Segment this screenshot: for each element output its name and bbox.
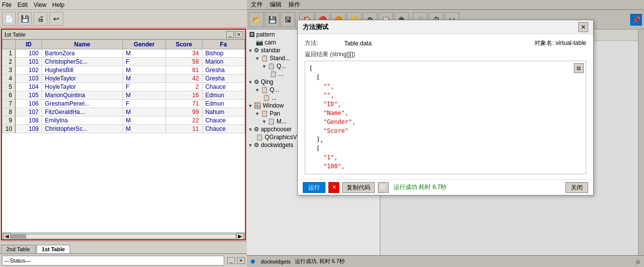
tab-2nd-table[interactable]: 2nd Table [1, 245, 36, 253]
code-box[interactable]: ⧉ [ [ "", "", "ID", "Name", "Gender", "S… [305, 61, 586, 174]
cell-gender: M [122, 49, 165, 58]
dialog-body: 方法: Table.data 对象名: virtual-table 返回结果 (… [298, 34, 593, 179]
col-header-rownum [2, 40, 16, 49]
col-header-fa[interactable]: Fa [202, 40, 244, 49]
scroll-left-btn[interactable]: ◀ [3, 233, 11, 240]
return-label: 返回结果 (string[][]) [305, 50, 586, 59]
cell-rownum: 5 [2, 83, 16, 91]
save-button[interactable]: 💾 [18, 12, 32, 26]
col-header-id[interactable]: ID [15, 40, 41, 49]
cell-name: MarionQuintina [42, 91, 123, 100]
cell-name: HoyleTaylor [42, 83, 123, 91]
table-container[interactable]: ID Name Gender Score Fa 1 100 BartonZora… [2, 39, 245, 232]
cell-rownum: 10 [2, 125, 16, 133]
table-row: 3 102 HughesBill M 81 Gresha [2, 66, 245, 75]
cell-gender: M [122, 125, 165, 133]
scroll-track[interactable] [11, 234, 236, 239]
status-close-btn[interactable]: ✕ [237, 257, 245, 264]
copy-code-button[interactable]: 复制代码 [342, 182, 375, 193]
col-header-score[interactable]: Score [166, 40, 202, 49]
cell-fa: Gresha [202, 66, 244, 75]
table-row: 6 105 MarionQuintina M 16 Edmun [2, 91, 245, 100]
cell-fa: Marion [202, 58, 244, 66]
menu-help[interactable]: Help [52, 1, 65, 8]
tab-1st-table[interactable]: 1st Table [37, 245, 71, 253]
cell-gender: F [122, 58, 165, 66]
undo-button[interactable]: ↩ [49, 12, 63, 26]
cell-score: 11 [166, 125, 202, 133]
cell-fa: Chauce [202, 116, 244, 125]
left-panel: File Edit View Help 📄 💾 🖨 ↩ 1st Table _ … [0, 0, 247, 267]
success-message: 运行成功 耗时 6.7秒 [394, 183, 446, 191]
table-row: 8 107 FitzGeraldHa... M 99 Nahum [2, 108, 245, 116]
left-toolbar: 📄 💾 🖨 ↩ [0, 10, 247, 28]
close-button[interactable]: ✕ [235, 31, 243, 38]
cell-gender: F [122, 100, 165, 108]
cell-gender: M [122, 116, 165, 125]
code-line-10: [ [309, 144, 582, 153]
table-row: 9 108 EmilyIna M 22 Chauce [2, 116, 245, 125]
cell-id: 108 [15, 116, 41, 125]
minimize-button[interactable]: _ [226, 31, 234, 38]
col-header-name[interactable]: Name [42, 40, 123, 49]
cell-score: 71 [166, 100, 202, 108]
run-button[interactable]: 运行 [303, 182, 325, 193]
status-win-btns: _ ✕ [226, 257, 245, 264]
table-row: 7 106 GreshamPenel... F 71 Edmun [2, 100, 245, 108]
cell-id: 109 [15, 125, 41, 133]
object-label: 对象名: virtual-table [534, 39, 586, 47]
table-row: 1 100 BartonZora M 34 Bishop [2, 49, 245, 58]
scroll-thumb[interactable] [11, 234, 26, 238]
cell-id: 103 [15, 75, 41, 83]
cell-score: 34 [166, 49, 202, 58]
cell-score: 22 [166, 116, 202, 125]
close-button[interactable]: 关闭 [565, 182, 588, 193]
cell-rownum: 6 [2, 91, 16, 100]
horizontal-scrollbar[interactable]: ◀ ▶ [2, 232, 245, 239]
stop-button[interactable]: ✕ [328, 182, 339, 193]
menu-file[interactable]: File [2, 1, 11, 8]
menu-edit[interactable]: Edit [17, 1, 28, 8]
cell-name: EmilyIna [42, 116, 123, 125]
cell-id: 100 [15, 49, 41, 58]
cell-rownum: 2 [2, 58, 16, 66]
menu-view[interactable]: View [34, 1, 46, 8]
code-line-9: ], [309, 135, 582, 144]
tab-bar: 2nd Table 1st Table [0, 241, 247, 253]
table-row: 4 103 HoyleTaylor M 42 Gresha [2, 75, 245, 83]
cell-name: BartonZora [42, 49, 123, 58]
table-row: 10 109 ChristopherSc... M 11 Chauce [2, 125, 245, 133]
table-row: 2 101 ChristopherSc... F 58 Marion [2, 58, 245, 66]
cell-rownum: 7 [2, 100, 16, 108]
scroll-right-btn[interactable]: ▶ [236, 233, 244, 240]
status-text: —Status— [4, 258, 31, 264]
cell-gender: F [122, 83, 165, 91]
cell-name: HughesBill [42, 66, 123, 75]
dialog-close-icon[interactable]: ✕ [578, 30, 588, 32]
cell-rownum: 8 [2, 108, 16, 116]
code-line-7: "Gender", [309, 117, 582, 126]
table-window-titlebar: 1st Table _ ✕ [2, 30, 245, 39]
cell-score: 42 [166, 75, 202, 83]
dialog-titlebar: 方法测试 ✕ [298, 30, 593, 34]
status-window: —Status— [2, 256, 224, 266]
cell-gender: M [122, 75, 165, 83]
cell-score: 16 [166, 91, 202, 100]
status-minimize-btn[interactable]: _ [227, 257, 235, 264]
new-doc-button[interactable]: 📄 [2, 12, 16, 26]
copy-icon[interactable]: ⧉ [574, 63, 584, 73]
cell-fa: Edmun [202, 91, 244, 100]
code-line-8: "Score" [309, 126, 582, 135]
code-line-1: [ [309, 64, 582, 73]
cell-name: HoyleTaylor [42, 75, 123, 83]
cell-id: 101 [15, 58, 41, 66]
cell-fa: Edmun [202, 100, 244, 108]
code-line-4: "", [309, 91, 582, 100]
cell-gender: M [122, 108, 165, 116]
cell-name: FitzGeraldHa... [42, 108, 123, 116]
expand-button[interactable]: ⬜ [378, 182, 389, 193]
col-header-gender[interactable]: Gender [122, 40, 165, 49]
print-button[interactable]: 🖨 [34, 12, 47, 26]
method-value: Table.data [344, 40, 371, 47]
dialog-method-row: 方法: Table.data 对象名: virtual-table [305, 39, 586, 47]
